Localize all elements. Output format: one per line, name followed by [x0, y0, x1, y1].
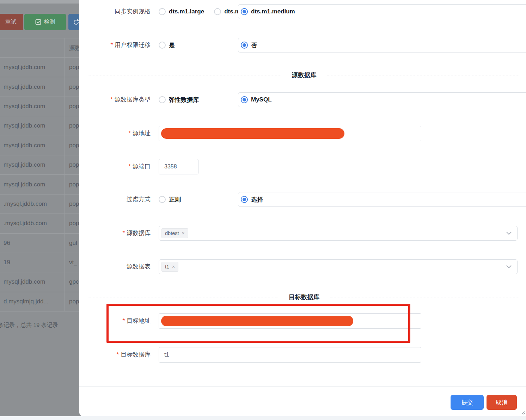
- required-mark: *: [110, 96, 113, 103]
- src-table-select[interactable]: t1 ×: [159, 259, 518, 274]
- radio-icon: [241, 96, 248, 103]
- radio-dts-m1-large[interactable]: dts.m1.large: [159, 8, 204, 15]
- required-mark: *: [128, 130, 131, 137]
- field-label-src-type: *源数据库类型: [79, 94, 151, 105]
- divider-dash: [88, 75, 281, 75]
- section-divider-source: 源数据库: [88, 70, 520, 80]
- chevron-down-icon: [506, 265, 512, 268]
- radio-icon: [241, 196, 248, 203]
- required-mark: *: [122, 230, 125, 236]
- divider-dash: [88, 297, 278, 297]
- radio-icon: [214, 8, 221, 15]
- field-label-sync-spec: 同步实例规格: [79, 6, 151, 17]
- dst-db-input[interactable]: [159, 347, 421, 363]
- radio-dts-m1-medium[interactable]: dts.m1.medium: [238, 4, 526, 19]
- dts-config-modal: 同步实例规格 dts.m1.medium dts.m1.large dts.m1…: [79, 0, 526, 416]
- selected-tag-dbtest: dbtest ×: [161, 228, 188, 238]
- radio-group-src-type: MySQL 弹性数据库: [159, 94, 199, 105]
- required-mark: *: [110, 42, 113, 48]
- divider-dash: [327, 75, 521, 75]
- radio-icon: [241, 42, 248, 49]
- radio-perm-yes[interactable]: 是: [159, 41, 175, 49]
- column-divider: [65, 38, 65, 57]
- required-mark: *: [122, 317, 125, 324]
- radio-icon: [159, 196, 166, 203]
- required-mark: *: [128, 163, 131, 170]
- check-button-label: 检测: [44, 18, 55, 26]
- field-label-user-perm: *用户权限迁移: [79, 40, 151, 50]
- check-icon: [35, 19, 41, 25]
- radio-mysql[interactable]: MySQL: [238, 92, 526, 107]
- page-bottom-strip: [0, 416, 526, 420]
- radio-icon: [159, 96, 166, 103]
- pagination-summary: 条记录，总共 19 条记录: [0, 322, 82, 329]
- selected-tag-t1: t1 ×: [161, 262, 178, 272]
- field-label-src-db: *源数据库: [79, 228, 151, 239]
- radio-filter-regex[interactable]: 正则: [159, 196, 181, 204]
- check-button: 检测: [24, 14, 66, 30]
- submit-button[interactable]: 提交: [451, 395, 484, 410]
- redaction-bar: [161, 316, 353, 326]
- chevron-down-icon: [506, 232, 512, 235]
- footer-divider: [79, 386, 526, 387]
- section-divider-target: 目标数据库: [88, 292, 520, 302]
- retry-button-label: 重试: [5, 18, 17, 26]
- radio-group-user-perm: 是 否: [159, 40, 175, 50]
- cancel-button[interactable]: 取消: [487, 395, 517, 410]
- field-label-src-port: *源端口: [79, 161, 151, 172]
- tag-close-icon[interactable]: ×: [182, 231, 185, 236]
- tag-close-icon[interactable]: ×: [172, 264, 175, 269]
- resize-handle[interactable]: [521, 410, 525, 415]
- field-label-src-table: 源数据表: [79, 261, 151, 272]
- src-port-input[interactable]: [159, 159, 198, 174]
- section-title-source: 源数据库: [292, 71, 317, 79]
- sync-icon: [73, 19, 79, 25]
- radio-icon: [241, 8, 248, 15]
- section-title-target: 目标数据库: [289, 293, 320, 301]
- redaction-bar: [161, 128, 344, 139]
- src-db-select[interactable]: dbtest ×: [159, 226, 518, 241]
- radio-elastic-db[interactable]: 弹性数据库: [159, 96, 199, 104]
- retry-button: 重试: [0, 14, 23, 30]
- radio-icon: [159, 8, 166, 15]
- radio-perm-no[interactable]: 否: [238, 38, 526, 52]
- field-label-filter-mode: 过虑方式: [79, 194, 151, 205]
- radio-group-filter-mode: 选择 正则: [159, 194, 181, 205]
- radio-filter-select[interactable]: 选择: [238, 192, 526, 207]
- app-root: 重试 检测 源数 mysql.jddb.compop mysql.jddb.co…: [0, 0, 526, 420]
- field-label-dst-db: *目标数据库: [79, 350, 151, 360]
- field-label-dst-addr: *目标地址: [79, 316, 151, 326]
- radio-group-sync-spec: dts.m1.medium dts.m1.large dts.m1.xlarge: [159, 6, 263, 17]
- field-label-src-addr: *源地址: [79, 128, 151, 139]
- required-mark: *: [116, 351, 119, 358]
- divider-dash: [330, 297, 520, 297]
- radio-icon: [159, 42, 166, 49]
- background-header-strip: [0, 0, 79, 4]
